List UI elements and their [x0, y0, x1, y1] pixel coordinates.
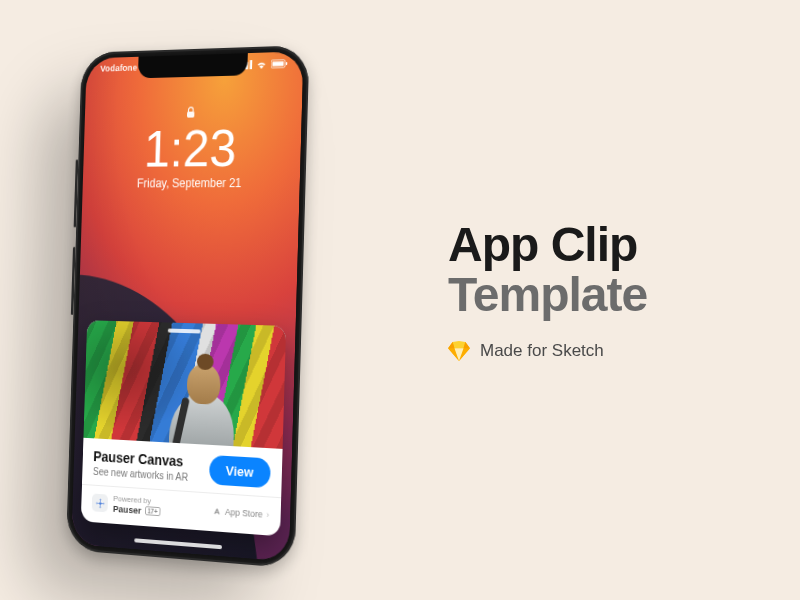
svg-rect-14	[187, 112, 194, 118]
app-clip-card[interactable]: Pauser Canvas See new artworks in AR Vie…	[81, 320, 286, 536]
phone-screen: Vodafone 1:23 Friday, September 21	[71, 51, 303, 561]
subline-row: Made for Sketch	[448, 341, 647, 361]
subline-text: Made for Sketch	[480, 341, 604, 361]
svg-point-15	[99, 502, 102, 505]
battery-icon	[271, 58, 288, 68]
chevron-right-icon: ›	[266, 510, 269, 520]
lockscreen: 1:23 Friday, September 21	[83, 104, 302, 190]
svg-marker-1	[453, 341, 466, 348]
app-store-link[interactable]: App Store ›	[213, 506, 270, 520]
statusbar-indicators	[237, 58, 288, 70]
phone-mockup: Vodafone 1:23 Friday, September 21	[66, 45, 310, 568]
svg-point-19	[103, 503, 104, 504]
headline: App Clip Template	[448, 220, 647, 321]
svg-rect-11	[271, 59, 285, 67]
sketch-icon	[448, 341, 470, 361]
app-store-label: App Store	[225, 507, 263, 520]
svg-rect-13	[286, 62, 288, 65]
headline-line1: App Clip	[448, 218, 637, 271]
wifi-icon	[256, 59, 268, 68]
svg-point-16	[99, 499, 100, 500]
app-clip-hero-image	[83, 320, 286, 449]
svg-rect-8	[241, 63, 244, 68]
app-name: Pauser	[113, 503, 142, 515]
svg-point-18	[96, 502, 97, 503]
svg-rect-9	[245, 62, 248, 69]
headline-line2: Template	[448, 270, 647, 320]
app-store-icon	[213, 507, 222, 517]
age-rating-badge: 17+	[145, 506, 161, 516]
app-clip-subtitle: See new artworks in AR	[93, 466, 189, 483]
view-button[interactable]: View	[209, 455, 271, 488]
statusbar-carrier: Vodafone	[100, 63, 137, 74]
svg-rect-10	[250, 60, 253, 69]
app-icon	[92, 494, 108, 513]
lockscreen-date: Friday, September 21	[83, 176, 300, 191]
notch	[138, 53, 248, 78]
svg-point-17	[99, 506, 100, 507]
svg-rect-7	[237, 65, 240, 69]
lockscreen-time: 1:23	[83, 121, 302, 175]
signal-icon	[237, 60, 252, 69]
svg-rect-12	[272, 61, 283, 66]
powered-by-row[interactable]: Powered by Pauser 17+	[92, 493, 161, 517]
